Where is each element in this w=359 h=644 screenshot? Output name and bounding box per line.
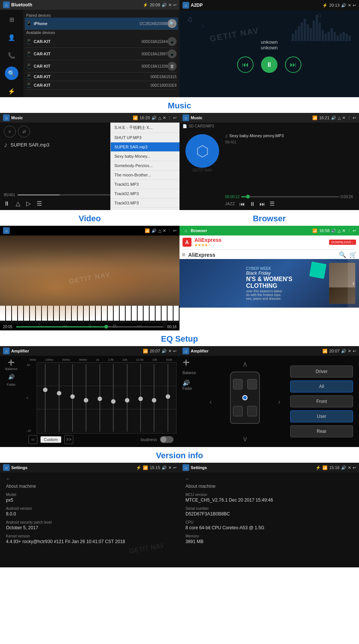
eq-custom-btn[interactable]: Custom xyxy=(40,436,61,443)
mr-progress-bar[interactable] xyxy=(241,196,339,197)
a2dp-play-pause-btn[interactable]: ⏸ xyxy=(261,56,277,73)
ml-list-btn[interactable]: ☰ xyxy=(37,200,42,207)
bt-dev0-connect[interactable]: 📱 xyxy=(168,37,177,46)
vl-home[interactable]: ⌂ xyxy=(3,464,10,471)
ali-download-btn[interactable]: DOWNLOAD ↓ xyxy=(329,240,356,245)
music-left-home[interactable]: ⌂ xyxy=(3,114,10,121)
eq-slider-2[interactable] xyxy=(66,364,79,432)
pl-item-6[interactable]: Track01.MP3 xyxy=(111,180,180,189)
bt-close[interactable]: ✕ xyxy=(168,3,172,7)
video-home[interactable]: ⌂ xyxy=(3,227,10,234)
bt-device-2[interactable]: 📱 CAR KIT 000D18A11339 🗑 xyxy=(26,60,177,73)
vr-back-btn[interactable]: ← xyxy=(185,476,353,481)
vr-back[interactable]: ↩ xyxy=(353,465,356,470)
browser-cart-icon[interactable]: 🛒 xyxy=(349,251,357,258)
music-icon-btn1[interactable]: ≡ xyxy=(4,126,16,138)
sidebar-phone-icon[interactable]: 📞 xyxy=(5,49,18,62)
pl-item-4[interactable]: Somebody-Perzios... xyxy=(111,161,180,170)
mr-close[interactable]: ✕ xyxy=(342,115,346,120)
pl-item-8[interactable]: Track03.MP3 xyxy=(111,198,180,208)
bt-dev2-connect[interactable]: 🗑 xyxy=(168,62,177,71)
vr-home[interactable]: ⌂ xyxy=(182,464,189,471)
br-more[interactable]: ⋮ xyxy=(347,228,351,233)
eq-slider-5[interactable] xyxy=(107,364,120,432)
er-home[interactable]: ⌂ xyxy=(182,348,189,354)
bt-dev1-connect[interactable]: 📱 xyxy=(168,49,177,58)
ml-pause-btn[interactable]: ⏸ xyxy=(4,200,10,207)
pl-item-2[interactable]: SUPER SAR.mp3 xyxy=(111,142,180,152)
music-icon-btn2[interactable]: ⇄ xyxy=(18,126,30,138)
ml-back[interactable]: ↩ xyxy=(173,115,177,120)
ml-more[interactable]: ⋮ xyxy=(168,115,172,120)
mr-rew-btn[interactable]: ⏮ xyxy=(239,201,245,207)
eq-slider-6[interactable] xyxy=(120,364,134,432)
video-back[interactable]: ↩ xyxy=(173,228,177,233)
eq-next-preset[interactable]: >> xyxy=(64,435,73,444)
mr-more[interactable]: ⋮ xyxy=(347,115,351,120)
eq-slider-7[interactable] xyxy=(134,364,147,432)
mr-back[interactable]: ↩ xyxy=(353,115,356,120)
eq-slider-4[interactable] xyxy=(93,364,107,432)
fader-down-btn[interactable]: ∨ xyxy=(242,434,248,443)
bt-device-3[interactable]: 📱 CAR-KIT 000D18A15315 xyxy=(26,73,177,81)
sidebar-person-icon[interactable]: 👤 xyxy=(5,31,18,44)
pl-item-1[interactable]: SHUT UP.MP3 xyxy=(111,133,180,142)
mr-fwd-btn[interactable]: ⏭ xyxy=(260,201,265,207)
video-progress-bar[interactable] xyxy=(16,326,163,327)
bt-back[interactable]: ↩ xyxy=(173,3,177,7)
sidebar-grid-icon[interactable]: ⊞ xyxy=(5,13,18,26)
browser-search-icon[interactable]: 🔍 xyxy=(339,251,346,258)
bt-paired-device[interactable]: 📱 iPhone DC2B2AB2008B 🔍 xyxy=(25,18,178,30)
a2dp-back[interactable]: ↩ xyxy=(353,3,356,8)
bt-device-0[interactable]: 📱 CAR-KIT 000D18A15344 📱 xyxy=(26,36,177,48)
eq-loudness-toggle[interactable] xyxy=(160,436,174,443)
a2dp-prev-btn[interactable]: ⏮ xyxy=(237,56,254,73)
browser-home[interactable]: ⌂ xyxy=(182,227,189,234)
eq-slider-1[interactable] xyxy=(52,364,65,432)
vl-close[interactable]: ✕ xyxy=(168,465,172,470)
fader-driver-btn[interactable]: Driver xyxy=(290,366,353,378)
bt-device-4[interactable]: 📱 CAR-KIT 000C180032E9 xyxy=(26,81,177,90)
fader-up-btn[interactable]: ∧ xyxy=(242,360,248,369)
ml-prev-btn[interactable]: △ xyxy=(16,200,20,207)
video-more[interactable]: ⋮ xyxy=(168,228,172,233)
el-close[interactable]: ✕ xyxy=(168,349,172,354)
a2dp-home-icon[interactable]: ⌂ xyxy=(182,2,189,9)
ml-next-btn[interactable]: ▷ xyxy=(26,200,31,207)
a2dp-close[interactable]: ✕ xyxy=(348,3,351,8)
banner-arrow[interactable]: › xyxy=(348,259,359,308)
eq-slider-8[interactable] xyxy=(147,364,161,432)
ml-close[interactable]: ✕ xyxy=(163,115,166,120)
eq-left-home[interactable]: ⌂ xyxy=(3,348,10,354)
eq-prev-preset[interactable]: ‹‹ xyxy=(28,435,37,444)
fader-front-btn[interactable]: Front xyxy=(290,395,353,407)
mr-pause-btn[interactable]: ⏸ xyxy=(249,201,255,207)
fader-rear-btn[interactable]: Rear xyxy=(290,425,353,437)
fader-right-btn[interactable]: › xyxy=(278,397,280,406)
er-back[interactable]: ↩ xyxy=(353,349,356,354)
fader-all-btn[interactable]: All xyxy=(290,380,353,392)
mr-list-btn[interactable]: ☰ xyxy=(270,200,274,207)
sidebar-bluetooth-icon[interactable]: ⚡ xyxy=(5,84,18,97)
br-back[interactable]: ↩ xyxy=(353,228,356,233)
eq-slider-9[interactable] xyxy=(161,364,175,432)
bt-search-btn[interactable]: 🔍 xyxy=(168,19,177,28)
vr-close[interactable]: ✕ xyxy=(348,465,351,470)
bt-device-1[interactable]: 📱 CAR-KIT 000D18A13997 📱 xyxy=(26,48,177,60)
home-icon[interactable]: ⌂ xyxy=(3,1,10,8)
a2dp-next-btn[interactable]: ⏭ xyxy=(285,56,301,73)
pl-item-0[interactable]: S.H.E - 千纸鹤士 X... xyxy=(111,123,180,133)
br-close[interactable]: ✕ xyxy=(342,228,346,233)
eq-slider-0[interactable] xyxy=(39,364,52,432)
browser-menu-icon[interactable]: ≡ xyxy=(182,252,185,258)
eq-slider-3[interactable] xyxy=(79,364,93,432)
el-back[interactable]: ↩ xyxy=(173,349,177,354)
pl-item-5[interactable]: The moon-Brother... xyxy=(111,170,180,180)
vl-back[interactable]: ↩ xyxy=(173,465,177,470)
pl-item-7[interactable]: Track02.MP3 xyxy=(111,189,180,198)
mr-home[interactable]: ⌂ xyxy=(182,114,189,121)
fader-user-btn[interactable]: User xyxy=(290,410,353,422)
vl-back-btn[interactable]: ← xyxy=(6,476,174,481)
fader-left-btn[interactable]: ‹ xyxy=(209,397,212,406)
pl-item-3[interactable]: Sexy baby-Money... xyxy=(111,152,180,161)
